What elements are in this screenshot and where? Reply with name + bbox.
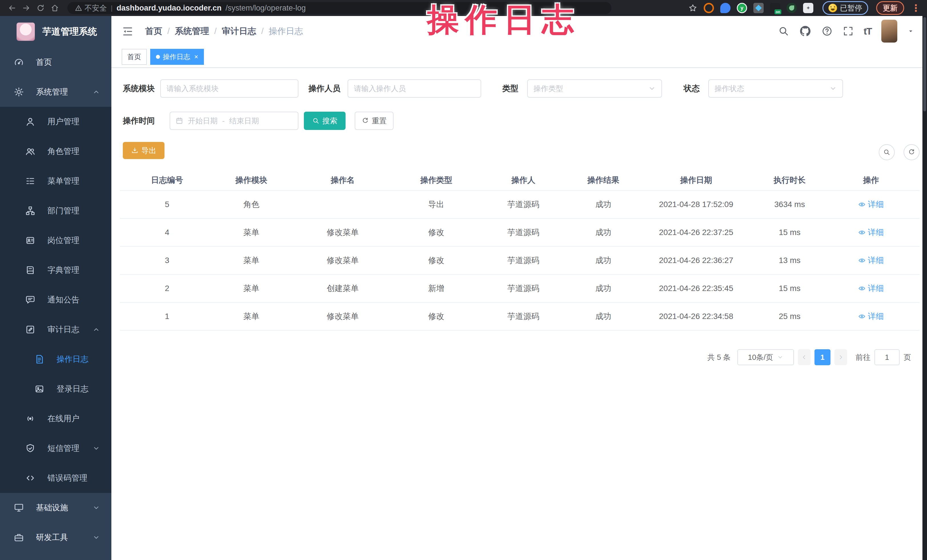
breadcrumb-item[interactable]: 系统管理 [175,26,209,37]
extension-icon[interactable] [753,3,764,13]
breadcrumb-item[interactable]: 首页 [145,26,162,37]
search-icon[interactable] [778,26,789,37]
cell-module: 菜单 [214,227,289,238]
table-row: 3菜单修改菜单修改芋道源码成功2021-04-26 22:36:2713 ms详… [120,247,919,275]
breadcrumb-item[interactable]: 审计日志 [222,26,256,37]
github-icon[interactable] [799,25,812,37]
extension-icon[interactable] [720,3,731,13]
refresh-icon [362,117,369,124]
sidebar-item-通知公告[interactable]: 通知公告 [0,285,111,315]
cell-date: 2021-04-26 22:37:25 [635,228,757,237]
eye-icon [858,313,866,320]
scrollbar[interactable] [922,16,927,560]
sidebar-item-在线用户[interactable]: 在线用户 [0,404,111,434]
table-row: 5角色导出芋道源码成功2021-04-28 17:52:093634 ms详细 [120,191,919,219]
sidebar-item-角色管理[interactable]: 角色管理 [0,137,111,166]
sidebar-item-错误码管理[interactable]: 错误码管理 [0,463,111,493]
prev-page-button[interactable] [798,349,810,365]
type-select[interactable]: 操作类型 [527,79,662,98]
bookmark-star-icon[interactable] [688,3,698,12]
navbar-actions: tT [778,16,915,46]
export-button[interactable]: 导出 [123,142,164,159]
detail-link[interactable]: 详细 [858,199,884,210]
cell-action: 详细 [822,311,919,322]
column-header: 执行时长 [757,175,822,186]
sidebar-menu: 首页系统管理用户管理角色管理菜单管理部门管理岗位管理字典管理通知公告审计日志操作… [0,47,111,552]
sidebar-item-操作日志[interactable]: 操作日志 [0,344,111,374]
detail-link[interactable]: 详细 [858,283,884,294]
back-icon[interactable] [6,2,18,14]
tree-icon [25,206,35,216]
sidebar-item-研发工具[interactable]: 研发工具 [0,523,111,552]
module-input[interactable] [160,79,298,98]
font-size-icon[interactable]: tT [863,26,872,37]
fullscreen-icon[interactable] [842,26,854,37]
url-path: /system/log/operate-log [226,4,306,12]
tab-operate-log[interactable]: 操作日志 × [150,49,204,65]
cell-duration: 3634 ms [757,200,822,209]
goto-label: 前往 [856,352,871,363]
code-icon [25,473,35,483]
reset-button[interactable]: 重置 [355,112,394,130]
avatar[interactable] [881,20,897,42]
sidebar-item-菜单管理[interactable]: 菜单管理 [0,166,111,196]
cell-duration: 15 ms [757,228,822,237]
cell-id: 1 [120,312,214,321]
chevron-down-icon[interactable] [907,27,915,35]
page-1-button[interactable]: 1 [815,349,830,365]
next-page-button[interactable] [834,349,847,365]
sidebar-item-岗位管理[interactable]: 岗位管理 [0,226,111,255]
extension-icon[interactable]: y [737,3,747,13]
paused-badge[interactable]: 已暂停 [822,1,868,15]
detail-link[interactable]: 详细 [858,227,884,238]
reload-icon[interactable] [35,2,46,14]
eye-icon [858,257,866,264]
sidebar-item-短信管理[interactable]: 短信管理 [0,434,111,463]
sidebar-item-label: 审计日志 [47,324,79,335]
logo[interactable]: 芋道管理系统 [0,16,111,47]
sidebar-item-首页[interactable]: 首页 [0,47,111,77]
close-icon[interactable]: × [194,53,198,60]
sidebar-item-基础设施[interactable]: 基础设施 [0,493,111,523]
sidebar-item-审计日志[interactable]: 审计日志 [0,315,111,344]
extension-icon[interactable]: on [770,3,780,13]
browser-menu-icon[interactable]: ⋮ [911,2,921,14]
home-icon[interactable] [49,2,61,14]
sidebar-item-字典管理[interactable]: 字典管理 [0,255,111,285]
sidebar-item-用户管理[interactable]: 用户管理 [0,107,111,137]
hamburger-icon[interactable] [122,26,134,37]
operator-input[interactable] [348,79,481,98]
toggle-search-button[interactable] [879,144,895,160]
cell-name: 修改菜单 [289,311,397,322]
url-separator: | [111,4,112,12]
tab-home[interactable]: 首页 [122,49,147,65]
extension-icon[interactable]: ✦ [803,3,813,13]
sidebar-item-登录日志[interactable]: 登录日志 [0,374,111,404]
page-size-select[interactable]: 10条/页 [737,349,794,365]
sidebar-item-label: 字典管理 [47,265,79,276]
sidebar-item-label: 登录日志 [56,384,88,395]
warning-icon [75,4,82,12]
extension-icon[interactable] [787,3,797,13]
update-button[interactable]: 更新 [876,1,904,15]
not-secure-warning[interactable]: 不安全 [75,3,107,13]
search-button[interactable]: 搜索 [304,112,345,130]
extension-icon[interactable] [704,3,714,13]
sidebar-item-部门管理[interactable]: 部门管理 [0,196,111,226]
status-select[interactable]: 操作状态 [708,79,843,98]
detail-link[interactable]: 详细 [858,255,884,266]
url-host: dashboard.yudao.iocoder.cn [117,4,222,12]
sidebar-item-label: 操作日志 [56,354,88,365]
help-icon[interactable] [821,26,833,37]
cell-name: 修改菜单 [289,255,397,266]
date-range-picker[interactable]: 开始日期 - 结束日期 [170,112,298,130]
sidebar-item-label: 角色管理 [47,146,79,157]
cell-module: 菜单 [214,311,289,322]
detail-link[interactable]: 详细 [858,311,884,322]
refresh-table-button[interactable] [904,144,919,160]
cell-operator: 芋道源码 [476,311,571,322]
cell-action: 详细 [822,227,919,238]
forward-icon[interactable] [21,2,32,14]
sidebar-item-系统管理[interactable]: 系统管理 [0,77,111,107]
goto-page-input[interactable] [874,349,900,365]
